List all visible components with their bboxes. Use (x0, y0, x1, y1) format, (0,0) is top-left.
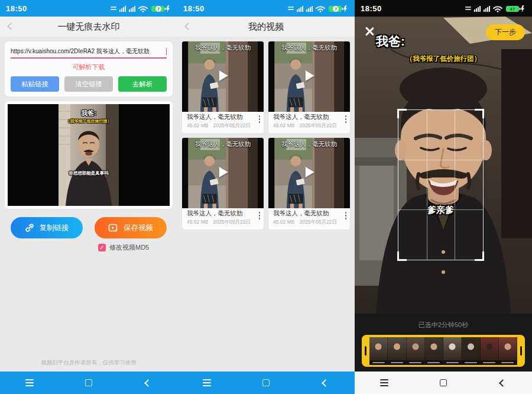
video-title: 我爷这人，毫无软肋 (273, 209, 345, 217)
android-navbar (0, 372, 177, 394)
signal2-icon (129, 6, 135, 12)
link-icon (25, 223, 34, 232)
play-icon[interactable] (306, 70, 314, 81)
link-card: https://v.kuaishou.com/2DIeRA2 我爷这人，毫无软肋… (5, 41, 173, 96)
video-info: 我爷这人，毫无软肋 45.02 MB 2025年05月22日 (268, 110, 350, 133)
video-info: 我爷这人，毫无软肋 45.02 MB 2025年05月22日 (182, 110, 264, 133)
status-icons: 7 (297, 4, 349, 13)
video-card[interactable]: 我爷这人，毫无软肋 我爷这人，毫无软肋 45.02 MB 2025年05月22日 (268, 41, 350, 133)
back-arrow-icon (322, 379, 329, 387)
timeline-frame[interactable] (369, 337, 388, 365)
paste-link-button[interactable]: 粘贴链接 (11, 76, 59, 92)
video-date: 2025年05月22日 (300, 122, 337, 130)
svg-text:7: 7 (335, 6, 337, 11)
video-info: 我爷这人，毫无软肋 45.02 MB 2025年05月22日 (268, 206, 350, 230)
crop-corner-handle[interactable] (397, 251, 407, 261)
play-icon[interactable] (219, 167, 228, 177)
menu-icon (203, 379, 211, 386)
more-options-icon[interactable] (259, 212, 261, 219)
play-icon[interactable] (219, 70, 228, 81)
save-video-button[interactable]: 保存视频 (95, 217, 167, 238)
timeline-frame[interactable] (481, 337, 499, 365)
battery-icon: 7 (151, 6, 166, 12)
video-card[interactable]: 我爷这人，毫无软肋 我爷这人，毫无软肋 45.02 MB 2025年05月22日 (182, 138, 264, 230)
crop-gridline (398, 160, 483, 160)
clear-link-button[interactable]: 清空链接 (64, 76, 113, 92)
video-preview[interactable]: 我爸: （我爷报了低价旅行团） 你想想那能是真事吗 (8, 104, 170, 206)
parse-hint: 可解析下载 (11, 63, 167, 72)
home-square-icon (440, 379, 447, 386)
video-card[interactable]: 我爷这人，毫无软肋 我爷这人，毫无软肋 45.02 MB 2025年05月22日 (182, 41, 264, 133)
frame-caption-bar (462, 360, 479, 365)
nav-home-button[interactable] (236, 379, 296, 386)
video-date: 2025年05月22日 (213, 122, 251, 130)
editor-timeline-section: 已选中2分钟50秒 (355, 314, 532, 372)
close-icon[interactable] (364, 26, 375, 37)
trim-handle-right[interactable] (520, 346, 522, 356)
next-step-button[interactable]: 下一步 (486, 24, 525, 40)
network-speed-icon (288, 7, 294, 10)
editor-stage: 下一步 我爸: （我爷报了低价旅行团） 爹亲爹 (355, 17, 532, 314)
nav-back-button[interactable] (118, 380, 177, 386)
nav-menu-button[interactable] (177, 379, 236, 386)
crop-frame[interactable]: 爹亲爹 (398, 109, 484, 260)
status-bar: 18:50 7 (177, 0, 355, 17)
timeline-frame[interactable] (499, 337, 517, 365)
nav-home-button[interactable] (414, 379, 473, 386)
video-size: 45.02 MB (187, 122, 208, 130)
crop-corner-handle[interactable] (397, 109, 407, 118)
svg-text:47: 47 (510, 6, 515, 11)
panel-video-editor: 18:50 47 (355, 0, 532, 394)
video-card[interactable]: 我爷这人，毫无软肋 我爷这人，毫无软肋 45.02 MB 2025年05月22日 (268, 138, 350, 230)
nav-back-button[interactable] (296, 380, 355, 386)
video-thumbnail[interactable]: 我爷这人，毫无软肋 (268, 138, 350, 206)
frame-caption-bar (425, 360, 443, 365)
crop-corner-handle[interactable] (475, 109, 484, 118)
video-title: 我爷这人，毫无软肋 (187, 113, 259, 121)
video-date: 2025年05月22日 (213, 219, 251, 226)
timeline-trimmer[interactable] (362, 335, 525, 367)
network-speed-icon (465, 7, 471, 10)
home-square-icon (262, 379, 270, 386)
md5-checkbox[interactable]: ✓ (98, 244, 106, 251)
nav-menu-button[interactable] (355, 379, 414, 386)
timeline-frame[interactable] (407, 337, 425, 365)
crop-corner-handle[interactable] (475, 251, 484, 261)
app-root: 18:50 (0, 0, 532, 394)
frame-caption-bar (369, 360, 387, 365)
video-thumbnail[interactable]: 我爷这人，毫无软肋 (182, 41, 264, 110)
nav-home-button[interactable] (59, 379, 118, 386)
nav-back-button[interactable] (473, 380, 532, 386)
more-options-icon[interactable] (345, 115, 347, 123)
app-header: 一键无痕去水印 (0, 17, 177, 37)
trim-handle-left[interactable] (365, 346, 366, 356)
timeline-frame[interactable] (425, 337, 443, 365)
timeline-frame[interactable] (462, 337, 480, 365)
video-title: 我爷这人，毫无软肋 (187, 209, 259, 217)
more-options-icon[interactable] (345, 212, 347, 219)
video-thumbnail[interactable]: 我爷这人，毫无软肋 (182, 138, 264, 206)
back-icon[interactable] (7, 22, 15, 30)
video-preview-card: 我爸: （我爷报了低价旅行团） 你想想那能是真事吗 (5, 101, 173, 209)
clock: 18:50 (6, 4, 27, 13)
status-bar: 18:50 (0, 0, 177, 17)
copy-link-button[interactable]: 复制链接 (11, 217, 83, 238)
more-options-icon[interactable] (259, 115, 261, 123)
nav-menu-button[interactable] (0, 379, 59, 386)
menu-icon (380, 379, 388, 386)
page-title: 一键无痕去水印 (58, 21, 120, 33)
video-title: 我爷这人，毫无软肋 (273, 113, 345, 121)
parse-button[interactable]: 去解析 (118, 76, 167, 92)
app-header: 我的视频 (177, 17, 355, 37)
preview-frame-art (59, 104, 119, 206)
video-grid: 我爷这人，毫无软肋 我爷这人，毫无软肋 45.02 MB 2025年05月22日 (177, 37, 355, 234)
video-thumbnail[interactable]: 我爷这人，毫无软肋 (268, 41, 350, 110)
back-icon[interactable] (184, 22, 192, 30)
play-icon[interactable] (306, 167, 314, 177)
url-input-value[interactable]: https://v.kuaishou.com/2DIeRA2 我爷这人，毫无软肋 (11, 47, 166, 56)
timeline-frame[interactable] (388, 337, 406, 365)
timeline-frame[interactable] (443, 337, 462, 365)
crop-gridline (455, 110, 455, 260)
url-input[interactable]: https://v.kuaishou.com/2DIeRA2 我爷这人，毫无软肋 (11, 47, 167, 59)
back-arrow-icon (144, 379, 152, 387)
